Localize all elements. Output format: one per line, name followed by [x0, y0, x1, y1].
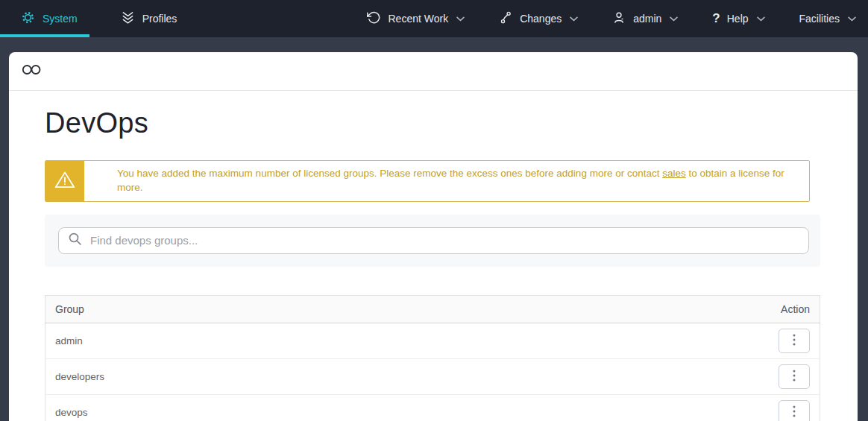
- warning-triangle-icon: [54, 170, 76, 192]
- nav-tab-label: Profiles: [142, 13, 177, 25]
- card-body: DevOps You have added the maximum number…: [9, 107, 858, 421]
- warning-icon-box: [45, 161, 84, 201]
- page-title: DevOps: [45, 107, 820, 139]
- top-nav: System Profiles Recent Work: [0, 0, 868, 37]
- row-actions-button[interactable]: [779, 364, 810, 389]
- groups-table: Group Action admin: [45, 295, 820, 421]
- search-box: [58, 227, 809, 254]
- table-row: devops: [45, 394, 820, 421]
- card-header: [9, 52, 858, 91]
- search-panel: [45, 215, 820, 267]
- group-name-cell: admin: [45, 323, 491, 358]
- nav-item-label: Changes: [520, 13, 562, 25]
- nav-tab-profiles[interactable]: Profiles: [100, 0, 189, 37]
- branch-icon: [499, 10, 513, 27]
- nav-item-label: admin: [633, 13, 661, 25]
- nav-item-label: Recent Work: [388, 13, 448, 25]
- chevron-down-icon: [456, 16, 465, 22]
- nav-right-group: Recent Work Changes: [367, 0, 868, 37]
- nav-tab-system[interactable]: System: [0, 0, 89, 37]
- warning-message: You have added the maximum number of lic…: [84, 161, 809, 201]
- column-header-action: Action: [491, 295, 820, 323]
- table-row: developers: [45, 358, 820, 394]
- group-name-cell: devops: [45, 394, 491, 421]
- license-warning-banner: You have added the maximum number of lic…: [45, 160, 810, 202]
- warning-text-before: You have added the maximum number of lic…: [117, 168, 659, 179]
- nav-left-group: System Profiles: [0, 0, 189, 37]
- content-card: DevOps You have added the maximum number…: [9, 52, 858, 421]
- chevron-down-icon: [570, 16, 578, 22]
- kebab-menu-icon: [793, 334, 796, 348]
- chevron-down-icon: [670, 16, 678, 22]
- gear-icon: [21, 10, 35, 27]
- chevron-down-icon: [848, 16, 856, 22]
- nav-item-label: Help: [727, 13, 749, 25]
- user-icon: [612, 10, 626, 27]
- table-header-row: Group Action: [45, 295, 820, 323]
- nav-menu-help[interactable]: ? Help: [712, 11, 764, 26]
- nav-menu-facilities[interactable]: Facilities: [799, 13, 856, 25]
- table-row: admin: [45, 323, 820, 358]
- nav-tab-label: System: [43, 13, 78, 25]
- kebab-menu-icon: [793, 370, 796, 384]
- group-name-cell: developers: [45, 358, 491, 394]
- row-actions-button[interactable]: [779, 400, 810, 421]
- nav-menu-user[interactable]: admin: [612, 10, 678, 27]
- sales-link[interactable]: sales: [662, 168, 686, 179]
- infinity-devops-icon: [21, 63, 43, 80]
- nav-menu-recent-work[interactable]: Recent Work: [367, 10, 465, 27]
- column-header-group: Group: [45, 295, 491, 323]
- history-icon: [367, 10, 381, 27]
- question-mark-icon: ?: [712, 11, 720, 26]
- search-icon: [68, 232, 82, 249]
- kebab-menu-icon: [793, 405, 796, 420]
- row-actions-button[interactable]: [779, 329, 810, 353]
- chevron-down-icon: [757, 16, 765, 22]
- search-input[interactable]: [90, 234, 799, 247]
- nav-menu-changes[interactable]: Changes: [499, 10, 578, 27]
- page-background: DevOps You have added the maximum number…: [0, 37, 868, 421]
- layers-chevrons-icon: [121, 10, 135, 27]
- nav-item-label: Facilities: [799, 13, 840, 25]
